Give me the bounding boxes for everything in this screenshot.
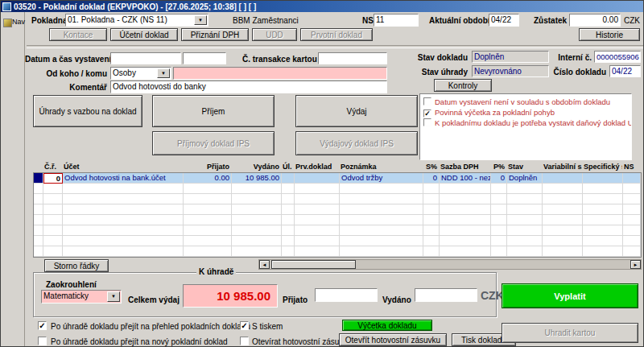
column-header: Variabilní s. [542, 162, 582, 172]
cell-sazba[interactable]: NDD 100 - nezda [440, 173, 491, 184]
storno-radky-button[interactable]: Storno řádky [44, 259, 109, 272]
checkbox[interactable] [423, 97, 431, 105]
cell-ns[interactable] [623, 173, 641, 184]
column-header: Účet [62, 162, 183, 172]
table-row-empty[interactable] [34, 215, 641, 225]
cell-var[interactable] [543, 173, 583, 184]
checkbox-after-pay-new[interactable] [38, 337, 47, 345]
payment-state-label: Stav úhrady [403, 68, 468, 76]
table-row-empty[interactable] [34, 194, 641, 204]
column-header: Úl. [281, 162, 294, 172]
table-row-empty[interactable] [34, 184, 641, 194]
rounding-label: Zaokrouhlení [46, 280, 97, 289]
total-amount-field: 10 985.00 [183, 284, 278, 308]
internal-no-field: 0000055906 [594, 51, 641, 63]
checkbox[interactable] [423, 118, 431, 126]
column-header: Specifický s. [582, 162, 622, 172]
chevron-down-icon[interactable]: ▼ [157, 68, 170, 78]
cell-prijato[interactable]: 0.00 [184, 173, 232, 184]
chevron-down-icon[interactable]: ▼ [194, 15, 207, 25]
checkbox-with-print-label: S tiskem [252, 322, 283, 331]
from-type-value: Osoby [113, 68, 136, 77]
cell-s[interactable]: 0 [423, 173, 440, 184]
issue-date-input[interactable] [110, 52, 181, 64]
cell-ucet[interactable]: Odvod hotovosti na bank.účet [63, 173, 184, 184]
cell-p[interactable]: 0 [491, 173, 507, 184]
cell-vydano[interactable]: 10 985.00 [232, 173, 282, 184]
row-selector[interactable] [34, 173, 43, 184]
horizontal-scrollbar[interactable]: ◄ ► [258, 259, 642, 270]
cell-ul[interactable] [282, 173, 295, 184]
table-row-empty[interactable] [34, 204, 641, 215]
separator [27, 45, 643, 48]
table-row-empty[interactable] [34, 225, 641, 236]
column-header: Přijato [183, 162, 231, 172]
card-transaction-input[interactable] [318, 52, 387, 64]
organization-label: BBM Zaměstnanci [233, 16, 299, 25]
checkbox-after-pay-overview[interactable]: ✓ [38, 321, 47, 330]
period-field[interactable]: 04/22 [489, 14, 519, 27]
pokladna-combobox[interactable]: 01. Pokladna - CZK (NS 11) ▼ [65, 14, 208, 27]
window-title: 03520 - Pokladní doklad (EKPVPOKO) - [27… [14, 2, 256, 11]
table-row-empty[interactable] [34, 246, 641, 257]
scrollbar-thumb[interactable] [271, 260, 356, 269]
nav-sidebar[interactable]: Nav [1, 12, 25, 347]
historie-button[interactable]: Historie [579, 28, 640, 41]
kontroly-item: ✓Povinná výčetka za pokladní pohyb [423, 107, 628, 118]
doc-number-label: Číslo dokladu [551, 68, 606, 76]
scroll-left-icon[interactable]: ◄ [259, 260, 270, 269]
kontroly-button[interactable]: Kontroly [434, 79, 492, 92]
cell-poznamka[interactable]: Odvod tržby [340, 173, 423, 184]
kontroly-item: K pokladnímu dokladu je potřeba vystavit… [423, 118, 628, 128]
column-header: P% [490, 162, 506, 172]
prijem-button[interactable]: Příjem [152, 95, 275, 127]
column-header: Sazba DPH [439, 162, 490, 172]
doc-state-label: Stav dokladu [403, 53, 468, 62]
cell-row-number[interactable]: 0 [43, 173, 63, 184]
open-cash-drawer-button[interactable]: Otevřít hotovostní zásuvku [339, 333, 447, 346]
priznani-dph-button[interactable]: Přiznání DPH [181, 28, 249, 41]
received-input[interactable] [315, 288, 378, 302]
app-icon [2, 2, 11, 11]
from-to-input[interactable] [173, 67, 387, 80]
udd-button: UDD [252, 28, 297, 41]
cell-spec[interactable] [583, 173, 623, 184]
vycetka-dokladu-button[interactable]: Výčetka dokladu [342, 320, 432, 331]
currency-label: CZK [624, 16, 640, 25]
paid-input[interactable] [415, 288, 477, 302]
column-header: S% [423, 162, 439, 172]
cell-stav[interactable]: Doplněn [507, 173, 543, 184]
vyplatit-button[interactable]: Vyplatit [502, 283, 638, 308]
comment-input[interactable]: Odvod hotovosti do banky [110, 81, 387, 93]
payment-state-field: Nevyrovnáno [472, 65, 549, 77]
ucetni-doklad-button[interactable]: Účetní doklad [110, 28, 178, 41]
scroll-right-icon[interactable]: ► [630, 260, 641, 269]
column-header: Č.ř. [43, 162, 62, 172]
column-header: Poznámka [339, 162, 423, 172]
table-row[interactable]: 0 Odvod hotovosti na bank.účet 0.00 10 9… [34, 173, 641, 184]
prijmovy-ips-button: Příjmový doklad IPS [152, 131, 275, 155]
column-header: Vydáno [231, 162, 281, 172]
vydaj-button[interactable]: Výdaj [295, 95, 418, 127]
comment-label: Komentář [25, 83, 107, 92]
cell-prvdoklad[interactable] [295, 173, 340, 184]
nav-icon [3, 19, 12, 27]
received-label: Přijato [283, 295, 308, 304]
checkbox-open-drawer[interactable] [240, 337, 249, 345]
checkbox[interactable]: ✓ [423, 109, 431, 118]
ns-label: NS [362, 16, 374, 25]
uhrady-s-vazbou-button[interactable]: Úhrady s vazbou na doklad [33, 95, 142, 127]
rounding-combobox[interactable]: Matematicky ▼ [41, 290, 122, 304]
table-row-empty[interactable] [34, 236, 641, 246]
chevron-down-icon[interactable]: ▼ [107, 291, 120, 302]
internal-no-label: Interní č. [556, 53, 592, 62]
table-body: 0 Odvod hotovosti na bank.účet 0.00 10 9… [33, 172, 642, 258]
ns-field[interactable]: 11 [374, 14, 419, 27]
app-window: 03520 - Pokladní doklad (EKPVPOKO) - [27… [0, 0, 644, 347]
balance-field: 0.00 [569, 14, 621, 27]
from-type-combobox[interactable]: Osoby ▼ [110, 67, 171, 80]
column-header: NS [622, 162, 640, 172]
checkbox-with-print[interactable]: ✓ [240, 321, 249, 330]
issue-time-input[interactable] [183, 52, 226, 64]
from-to-label: Od koho / komu [25, 69, 107, 78]
